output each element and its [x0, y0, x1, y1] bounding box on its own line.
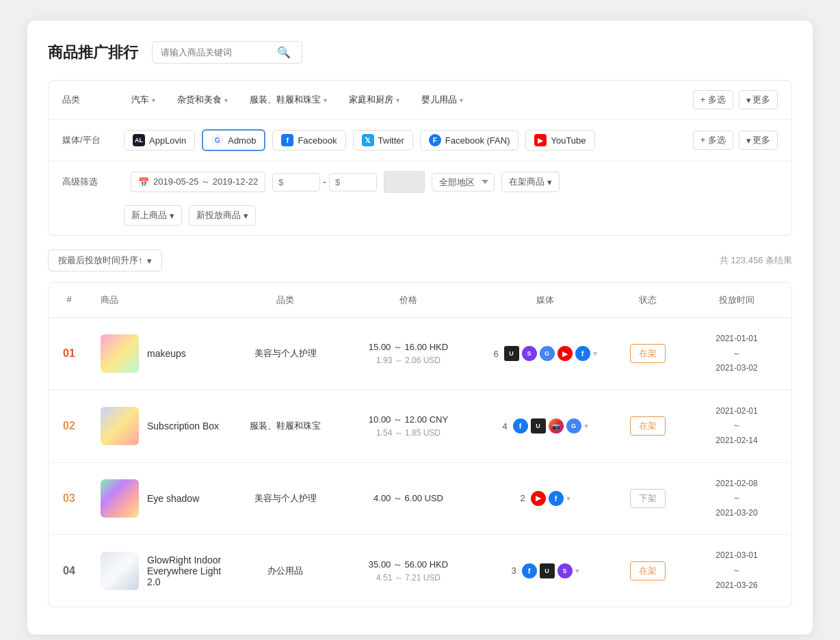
rank-cell: 04: [49, 562, 90, 580]
rank-cell: 02: [49, 417, 90, 435]
status-badge: 下架: [630, 489, 666, 508]
unity-icon: U: [504, 346, 519, 361]
status-dropdown[interactable]: 在架商品 ▾: [501, 172, 560, 192]
price-to-input[interactable]: [329, 173, 377, 191]
status-badge: 在架: [630, 416, 666, 436]
main-card: 商品推广排行 🔍 品类 汽车 ▾ 杂货和美食 ▾ 服装、鞋履和珠宝 ▾ 家庭和厨…: [27, 21, 813, 635]
status-cell: 在架: [614, 559, 682, 583]
facebook-icon: f: [575, 346, 590, 361]
facebook-icon: f: [281, 134, 293, 146]
search-button[interactable]: 🔍: [277, 46, 291, 59]
table-row: 03 Eye shadow 美容与个人护理 4.00 ～ 6.00 USD 2 …: [49, 463, 791, 535]
chevron-down-icon: ▾: [170, 211, 174, 221]
chevron-down-icon: ▾: [224, 96, 228, 104]
table-row: 02 Subscription Box 服装、鞋履和珠宝 10.00 ～ 12.…: [49, 390, 791, 463]
result-count: 共 123,456 条结果: [720, 254, 792, 267]
table-row: 01 makeups 美容与个人护理 15.00 ～ 16.00 HKD 1.9…: [49, 318, 791, 390]
header-row: 商品推广排行 🔍: [48, 41, 792, 64]
calendar-icon: 📅: [138, 177, 149, 187]
more-media-button[interactable]: ▾更多: [739, 131, 778, 150]
category-cell: 美容与个人护理: [231, 345, 340, 362]
platform-btn-facebook-fan[interactable]: F Facebook (FAN): [420, 130, 519, 150]
category-btn-grocery[interactable]: 杂货和美食 ▾: [170, 90, 235, 109]
search-box: 🔍: [152, 41, 302, 64]
date-cell: 2021-02-08～2021-03-20: [682, 474, 791, 524]
unity-icon: U: [531, 418, 546, 434]
more-media-arrow[interactable]: ▾: [593, 349, 597, 358]
product-cell: Subscription Box: [90, 407, 231, 445]
category-filter-row: 品类 汽车 ▾ 杂货和美食 ▾ 服装、鞋履和珠宝 ▾ 家庭和厨房 ▾ 婴儿用品 …: [49, 81, 791, 120]
product-cell: GlowRight Indoor Everywhere Light 2.0: [90, 552, 231, 590]
media-multi-select-button[interactable]: + 多选: [693, 131, 733, 150]
category-cell: 美容与个人护理: [231, 490, 340, 507]
status-label: 在架商品: [509, 176, 544, 188]
media-filter-content: AL AppLovin G Admob f Facebook 𝕏: [124, 129, 778, 151]
col-header-category: 品类: [231, 291, 340, 309]
category-btn-home[interactable]: 家庭和厨房 ▾: [341, 90, 407, 109]
platform-btn-twitter[interactable]: 𝕏 Twitter: [353, 130, 413, 150]
platform-btn-applovin[interactable]: AL AppLovin: [124, 130, 195, 150]
price-cell: 15.00 ～ 16.00 HKD 1.93 ～ 2.06 USD: [340, 338, 477, 369]
media-cell: 6 U S G ▶ f ▾: [477, 343, 614, 364]
media-label: 媒体/平台: [62, 134, 124, 146]
platform-btn-admob[interactable]: G Admob: [202, 129, 265, 151]
status-badge: 在架: [630, 344, 666, 363]
price-from-input[interactable]: [272, 173, 320, 191]
col-header-product: 商品: [90, 291, 231, 309]
rank-cell: 03: [49, 490, 90, 507]
category-filter-content: 汽车 ▾ 杂货和美食 ▾ 服装、鞋履和珠宝 ▾ 家庭和厨房 ▾ 婴儿用品 ▾ +…: [124, 90, 778, 109]
more-media-arrow[interactable]: ▾: [584, 421, 588, 431]
product-name: makeups: [147, 348, 186, 359]
price-range: -: [272, 173, 377, 191]
chevron-down-icon: ▾: [547, 177, 552, 187]
table-header: # 商品 品类 价格 媒体 状态 投放时间: [49, 283, 791, 318]
admob-icon: G: [211, 134, 224, 146]
col-header-rank: #: [49, 291, 90, 309]
category-btn-car[interactable]: 汽车 ▾: [124, 90, 163, 109]
chevron-down-icon: ▾: [152, 96, 155, 104]
search-input[interactable]: [161, 47, 277, 57]
category-cell: 办公用品: [231, 562, 340, 580]
admob-icon: G: [566, 418, 581, 434]
category-btn-fashion[interactable]: 服装、鞋履和珠宝 ▾: [242, 90, 334, 109]
new-product-dropdown[interactable]: 新上商品 ▾: [124, 205, 182, 226]
platform-btn-youtube[interactable]: ▶ YouTube: [525, 130, 594, 150]
svg-text:G: G: [215, 137, 220, 144]
col-header-date: 投放时间: [682, 291, 791, 309]
more-media-arrow[interactable]: ▾: [566, 494, 570, 503]
chevron-down-icon: ▾: [147, 256, 152, 266]
media-cell: 2 ▶ f ▾: [477, 488, 614, 509]
multi-select-button[interactable]: + 多选: [693, 90, 733, 109]
applovin-icon: AL: [133, 134, 145, 146]
media-cell: 4 f U 📷 G ▾: [477, 416, 614, 436]
status-cell: 在架: [614, 414, 682, 438]
sort-label: 按最后投放时间升序↑: [58, 254, 143, 267]
sort-button[interactable]: 按最后投放时间升序↑ ▾: [48, 250, 162, 271]
table-row: 04 GlowRight Indoor Everywhere Light 2.0…: [49, 535, 791, 606]
new-placement-dropdown[interactable]: 新投放商品 ▾: [189, 205, 256, 226]
facebook-icon: f: [513, 418, 528, 434]
region-select[interactable]: 全部地区: [432, 173, 495, 191]
platform-btn-facebook[interactable]: f Facebook: [272, 130, 345, 150]
col-header-price: 价格: [340, 291, 477, 309]
facebook-fan-icon: F: [429, 134, 441, 146]
date-cell: 2021-03-01～2021-03-26: [682, 546, 791, 596]
splicky-icon: S: [522, 346, 537, 361]
date-range-value: 2019-05-25 ～ 2019-12-22: [153, 176, 258, 188]
youtube-icon: ▶: [531, 491, 546, 506]
more-categories-button[interactable]: ▾ 更多: [739, 90, 778, 109]
product-thumbnail: [101, 334, 139, 373]
more-media-arrow[interactable]: ▾: [575, 566, 579, 576]
secondary-filters: 新上商品 ▾ 新投放商品 ▾: [62, 205, 778, 226]
chevron-down-icon: ▾: [460, 96, 463, 104]
instagram-icon: 📷: [549, 418, 564, 434]
category-cell: 服装、鞋履和珠宝: [231, 417, 340, 435]
col-header-status: 状态: [614, 291, 682, 309]
date-range-picker[interactable]: 📅 2019-05-25 ～ 2019-12-22: [131, 172, 265, 192]
youtube-icon: ▶: [534, 134, 547, 146]
price-cell: 4.00 ～ 6.00 USD: [340, 489, 477, 509]
product-thumbnail: [101, 479, 139, 518]
category-btn-baby[interactable]: 婴儿用品 ▾: [414, 90, 471, 109]
chevron-down-icon: ▾: [746, 95, 751, 105]
status-cell: 在架: [614, 341, 682, 366]
